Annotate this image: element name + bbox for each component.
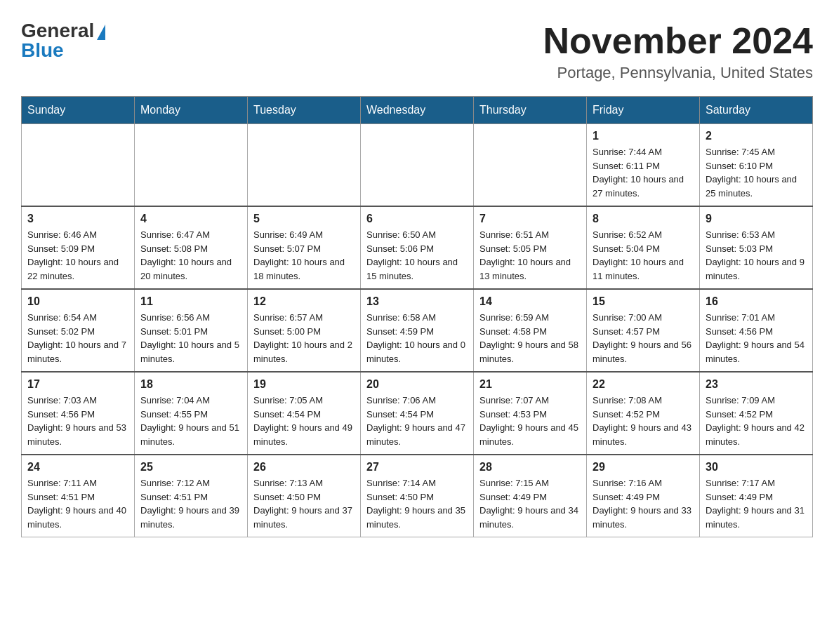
day-number: 24 [27,461,128,474]
calendar-cell: 5Sunrise: 6:49 AMSunset: 5:07 PMDaylight… [248,206,361,289]
day-number: 30 [706,461,807,474]
day-info: Sunrise: 7:01 AMSunset: 4:56 PMDaylight:… [706,311,807,365]
weekday-header-wednesday: Wednesday [361,97,474,124]
day-number: 14 [479,295,581,308]
weekday-header-tuesday: Tuesday [248,97,361,124]
calendar-cell: 23Sunrise: 7:09 AMSunset: 4:52 PMDayligh… [700,372,813,455]
calendar-week-row: 24Sunrise: 7:11 AMSunset: 4:51 PMDayligh… [22,455,813,537]
calendar-cell: 18Sunrise: 7:04 AMSunset: 4:55 PMDayligh… [135,372,248,455]
calendar-cell: 15Sunrise: 7:00 AMSunset: 4:57 PMDayligh… [587,289,700,372]
day-info: Sunrise: 7:14 AMSunset: 4:50 PMDaylight:… [366,476,468,531]
logo-blue-text: Blue [21,41,64,60]
day-info: Sunrise: 6:58 AMSunset: 4:59 PMDaylight:… [366,311,468,365]
day-info: Sunrise: 6:50 AMSunset: 5:06 PMDaylight:… [366,228,468,283]
day-number: 10 [27,295,128,308]
calendar-cell: 22Sunrise: 7:08 AMSunset: 4:52 PMDayligh… [587,372,700,455]
calendar-cell [135,124,248,207]
calendar-week-row: 17Sunrise: 7:03 AMSunset: 4:56 PMDayligh… [22,372,813,455]
calendar-cell: 26Sunrise: 7:13 AMSunset: 4:50 PMDayligh… [248,455,361,537]
day-info: Sunrise: 7:44 AMSunset: 6:11 PMDaylight:… [593,145,694,200]
weekday-header-row: SundayMondayTuesdayWednesdayThursdayFrid… [22,97,813,124]
day-number: 3 [27,213,128,225]
day-info: Sunrise: 6:54 AMSunset: 5:02 PMDaylight:… [27,311,128,365]
location-title: Portage, Pennsylvania, United States [543,64,813,82]
day-info: Sunrise: 7:07 AMSunset: 4:53 PMDaylight:… [479,394,581,448]
calendar-cell: 14Sunrise: 6:59 AMSunset: 4:58 PMDayligh… [474,289,587,372]
day-info: Sunrise: 7:12 AMSunset: 4:51 PMDaylight:… [140,476,241,531]
day-info: Sunrise: 6:51 AMSunset: 5:05 PMDaylight:… [479,228,581,283]
title-block: November 2024 Portage, Pennsylvania, Uni… [543,21,813,82]
page-header: General Blue November 2024 Portage, Penn… [21,21,813,82]
calendar-cell [361,124,474,207]
calendar-cell: 10Sunrise: 6:54 AMSunset: 5:02 PMDayligh… [22,289,135,372]
day-number: 5 [253,213,355,225]
day-number: 16 [706,295,807,308]
calendar-week-row: 10Sunrise: 6:54 AMSunset: 5:02 PMDayligh… [22,289,813,372]
day-info: Sunrise: 7:16 AMSunset: 4:49 PMDaylight:… [593,476,694,531]
calendar-cell: 9Sunrise: 6:53 AMSunset: 5:03 PMDaylight… [700,206,813,289]
calendar-cell: 27Sunrise: 7:14 AMSunset: 4:50 PMDayligh… [361,455,474,537]
calendar-week-row: 1Sunrise: 7:44 AMSunset: 6:11 PMDaylight… [22,124,813,207]
day-info: Sunrise: 6:52 AMSunset: 5:04 PMDaylight:… [593,228,694,283]
calendar-cell: 7Sunrise: 6:51 AMSunset: 5:05 PMDaylight… [474,206,587,289]
day-info: Sunrise: 6:59 AMSunset: 4:58 PMDaylight:… [479,311,581,365]
day-number: 8 [593,213,694,225]
day-number: 26 [253,461,355,474]
calendar-cell: 4Sunrise: 6:47 AMSunset: 5:08 PMDaylight… [135,206,248,289]
calendar-cell: 19Sunrise: 7:05 AMSunset: 4:54 PMDayligh… [248,372,361,455]
day-number: 28 [479,461,581,474]
calendar-cell: 29Sunrise: 7:16 AMSunset: 4:49 PMDayligh… [587,455,700,537]
day-info: Sunrise: 7:13 AMSunset: 4:50 PMDaylight:… [253,476,355,531]
day-number: 9 [706,213,807,225]
logo-general-text: General [21,21,94,41]
calendar-cell: 1Sunrise: 7:44 AMSunset: 6:11 PMDaylight… [587,124,700,207]
day-number: 4 [140,213,241,225]
day-number: 11 [140,295,241,308]
weekday-header-monday: Monday [135,97,248,124]
day-info: Sunrise: 6:46 AMSunset: 5:09 PMDaylight:… [27,228,128,283]
day-info: Sunrise: 6:47 AMSunset: 5:08 PMDaylight:… [140,228,241,283]
calendar-cell: 28Sunrise: 7:15 AMSunset: 4:49 PMDayligh… [474,455,587,537]
day-number: 29 [593,461,694,474]
day-number: 7 [479,213,581,225]
day-info: Sunrise: 7:00 AMSunset: 4:57 PMDaylight:… [593,311,694,365]
weekday-header-friday: Friday [587,97,700,124]
day-number: 22 [593,378,694,391]
calendar-cell [22,124,135,207]
day-number: 1 [593,130,694,142]
calendar-cell: 8Sunrise: 6:52 AMSunset: 5:04 PMDaylight… [587,206,700,289]
calendar-cell: 11Sunrise: 6:56 AMSunset: 5:01 PMDayligh… [135,289,248,372]
calendar-cell: 2Sunrise: 7:45 AMSunset: 6:10 PMDaylight… [700,124,813,207]
calendar-cell: 13Sunrise: 6:58 AMSunset: 4:59 PMDayligh… [361,289,474,372]
day-info: Sunrise: 7:03 AMSunset: 4:56 PMDaylight:… [27,394,128,448]
day-number: 21 [479,378,581,391]
calendar-table: SundayMondayTuesdayWednesdayThursdayFrid… [21,96,813,537]
weekday-header-sunday: Sunday [22,97,135,124]
calendar-cell: 12Sunrise: 6:57 AMSunset: 5:00 PMDayligh… [248,289,361,372]
day-info: Sunrise: 7:11 AMSunset: 4:51 PMDaylight:… [27,476,128,531]
calendar-week-row: 3Sunrise: 6:46 AMSunset: 5:09 PMDaylight… [22,206,813,289]
logo: General Blue [21,21,105,60]
day-number: 18 [140,378,241,391]
calendar-cell: 20Sunrise: 7:06 AMSunset: 4:54 PMDayligh… [361,372,474,455]
day-number: 6 [366,213,468,225]
calendar-cell: 24Sunrise: 7:11 AMSunset: 4:51 PMDayligh… [22,455,135,537]
weekday-header-saturday: Saturday [700,97,813,124]
calendar-cell: 21Sunrise: 7:07 AMSunset: 4:53 PMDayligh… [474,372,587,455]
day-info: Sunrise: 7:15 AMSunset: 4:49 PMDaylight:… [479,476,581,531]
day-number: 13 [366,295,468,308]
calendar-cell: 16Sunrise: 7:01 AMSunset: 4:56 PMDayligh… [700,289,813,372]
day-number: 23 [706,378,807,391]
day-number: 15 [593,295,694,308]
day-info: Sunrise: 7:09 AMSunset: 4:52 PMDaylight:… [706,394,807,448]
day-number: 17 [27,378,128,391]
calendar-cell: 3Sunrise: 6:46 AMSunset: 5:09 PMDaylight… [22,206,135,289]
day-number: 27 [366,461,468,474]
day-info: Sunrise: 6:57 AMSunset: 5:00 PMDaylight:… [253,311,355,365]
calendar-cell: 17Sunrise: 7:03 AMSunset: 4:56 PMDayligh… [22,372,135,455]
calendar-cell [474,124,587,207]
day-info: Sunrise: 6:53 AMSunset: 5:03 PMDaylight:… [706,228,807,283]
day-number: 2 [706,130,807,142]
calendar-cell: 6Sunrise: 6:50 AMSunset: 5:06 PMDaylight… [361,206,474,289]
day-info: Sunrise: 7:45 AMSunset: 6:10 PMDaylight:… [706,145,807,200]
